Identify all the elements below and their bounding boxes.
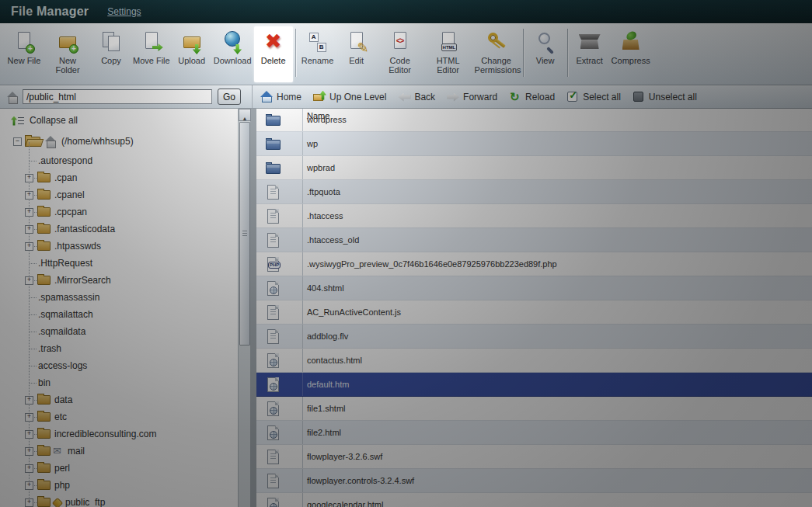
file-row-file2-html[interactable]: file2.html: [256, 421, 812, 445]
sidebar-item-spamassassin[interactable]: .spamassassin: [0, 289, 238, 306]
nav-unselect-all-button[interactable]: Unselect all: [633, 91, 697, 103]
toolbar-html-editor-button[interactable]: HTML Editor: [424, 26, 472, 82]
toolbar-compress-button[interactable]: Compress: [609, 26, 653, 82]
collapse-icon[interactable]: [13, 137, 22, 146]
nav-home-button[interactable]: Home: [260, 91, 301, 103]
file-row-flowplayer-3-2-6-swf[interactable]: flowplayer-3.2.6.swf: [256, 445, 812, 469]
sidebar-item-htpasswds[interactable]: .htpasswds: [0, 238, 238, 255]
sidebar-item-sqmaildata[interactable]: .sqmaildata: [0, 323, 238, 340]
expand-icon[interactable]: [25, 208, 33, 217]
html-file-icon: [267, 281, 279, 296]
path-input[interactable]: [23, 89, 212, 104]
expand-icon[interactable]: [25, 430, 33, 439]
toolbar-edit-button[interactable]: Edit: [337, 26, 376, 82]
sidebar-item-mail[interactable]: mail: [0, 443, 238, 460]
sidebar-item-cpcpan[interactable]: .cpcpan: [0, 203, 238, 221]
expand-icon[interactable]: [25, 191, 33, 200]
nav-select-all-button[interactable]: Select all: [566, 91, 621, 103]
toolbar-download-button[interactable]: Download: [211, 26, 254, 82]
sidebar-item-perl[interactable]: perl: [0, 460, 238, 477]
toolbar-view-button[interactable]: View: [526, 26, 565, 82]
scrollbar-thumb[interactable]: [239, 122, 250, 346]
toolbar-move-file-button[interactable]: Move File: [131, 26, 173, 82]
file-row-googlecalendar-html[interactable]: googlecalendar.html: [256, 493, 812, 507]
folder-icon: [37, 464, 51, 473]
toolbar-delete-button[interactable]: Delete: [254, 26, 293, 82]
sidebar-item-httprequest[interactable]: .HttpRequest: [0, 255, 238, 272]
nav-reload-button[interactable]: Reload: [509, 91, 555, 103]
edit-icon: [345, 30, 368, 54]
sidebar-item-cpan[interactable]: .cpan: [0, 169, 238, 186]
sidebar-item-incredibleconsulting-com[interactable]: incredibleconsulting.com: [0, 425, 238, 443]
new-file-icon: [12, 30, 36, 54]
sidebar-item-sqmailattach[interactable]: .sqmailattach: [0, 306, 238, 323]
sidebar-item-autorespond[interactable]: .autorespond: [0, 152, 238, 169]
toolbar-code-editor-button[interactable]: Code Editor: [376, 26, 424, 82]
folder-icon: [37, 190, 51, 200]
sidebar-item-etc[interactable]: etc: [0, 408, 238, 425]
expand-icon[interactable]: [25, 276, 33, 285]
sidebar-item-data[interactable]: data: [0, 391, 238, 408]
settings-link[interactable]: Settings: [107, 6, 141, 17]
file-row-htaccess[interactable]: .htaccess: [256, 204, 812, 228]
html-file-icon: [267, 377, 279, 392]
file-row-wpbrad[interactable]: wpbrad: [256, 156, 812, 180]
sidebar-scrollbar[interactable]: [238, 109, 250, 507]
toolbar-extract-button[interactable]: Extract: [570, 26, 609, 82]
folder-icon: [37, 173, 51, 182]
folder-icon: [37, 224, 51, 234]
root-house-icon: [6, 92, 19, 102]
nav-up-one-level-button[interactable]: Up One Level: [313, 91, 386, 103]
sidebar-item-fantasticodata[interactable]: .fantasticodata: [0, 221, 238, 238]
expand-icon[interactable]: [25, 447, 33, 456]
file-row-wp[interactable]: wp: [256, 132, 812, 156]
sidebar-item-public-ftp[interactable]: public_ftp: [0, 494, 238, 507]
toolbar-change-permissions-button[interactable]: Change Permissions: [472, 26, 521, 82]
toolbar-new-file-button[interactable]: New File: [5, 26, 44, 82]
file-row-addblog-flv[interactable]: addblog.flv: [256, 325, 812, 349]
back-icon: [398, 91, 411, 103]
file-row-ac-runactivecontent-js[interactable]: AC_RunActiveContent.js: [256, 300, 812, 325]
expand-icon[interactable]: [25, 464, 33, 473]
home-icon: [44, 136, 57, 147]
go-button[interactable]: Go: [218, 89, 241, 105]
toolbar-separator: [567, 29, 568, 77]
sidebar-item-cpanel[interactable]: .cpanel: [0, 186, 238, 203]
sidebar-item-home-root[interactable]: (/home/whhsup5): [0, 132, 238, 151]
file-row-wordpress[interactable]: wordpress: [256, 109, 812, 132]
folder-icon: [37, 429, 51, 439]
scroll-up-button[interactable]: [239, 109, 251, 121]
sidebar-item-bin[interactable]: bin: [0, 374, 238, 391]
file-row-flowplayer-controls-3-2-4-swf[interactable]: flowplayer.controls-3.2.4.swf: [256, 469, 812, 493]
expand-icon[interactable]: [25, 396, 33, 405]
toolbar-upload-button[interactable]: Upload: [173, 26, 211, 82]
nav-back-button[interactable]: Back: [398, 91, 435, 103]
sidebar-item-mirrorsearch[interactable]: .MirrorSearch: [0, 272, 238, 289]
up-one-level-icon: [313, 91, 326, 103]
change-permissions-icon: [485, 30, 508, 54]
expand-icon[interactable]: [25, 225, 33, 234]
sidebar-item-trash[interactable]: .trash: [0, 340, 238, 357]
folder-icon: [266, 140, 281, 150]
expand-icon[interactable]: [25, 174, 33, 182]
nav-forward-button[interactable]: Forward: [447, 91, 497, 103]
file-row-contactus-html[interactable]: contactus.html: [256, 349, 812, 373]
sidebar-item-access-logs[interactable]: access-logs: [0, 357, 238, 374]
toolbar-new-folder-button[interactable]: New Folder: [44, 26, 92, 82]
path-nav-strip: Go Home Up One Level Back Forward Reload…: [0, 85, 812, 109]
sidebar-item-php[interactable]: php: [0, 477, 238, 494]
toolbar-copy-button[interactable]: Copy: [92, 26, 131, 82]
expand-icon[interactable]: [25, 413, 33, 422]
file-row-404-shtml[interactable]: 404.shtml: [256, 276, 812, 300]
file-row-htaccess-old[interactable]: .htaccess_old: [256, 228, 812, 252]
file-manager-window: File Manager Settings New File New Folde…: [0, 0, 812, 507]
toolbar-rename-button[interactable]: Rename: [298, 26, 337, 82]
file-row-wysiwygpro-preview-0c7f46b1646e0e87925976bb223ed89f-php[interactable]: .wysiwygPro_preview_0c7f46b1646e0e879259…: [256, 252, 812, 276]
file-row-file1-shtml[interactable]: file1.shtml: [256, 397, 812, 421]
file-row-ftpquota[interactable]: .ftpquota: [256, 180, 812, 204]
expand-icon[interactable]: [25, 498, 33, 507]
expand-icon[interactable]: [25, 242, 33, 251]
file-row-default-htm[interactable]: default.htm: [256, 373, 812, 397]
expand-icon[interactable]: [25, 481, 33, 490]
collapse-all-button[interactable]: Collapse all: [0, 109, 238, 132]
